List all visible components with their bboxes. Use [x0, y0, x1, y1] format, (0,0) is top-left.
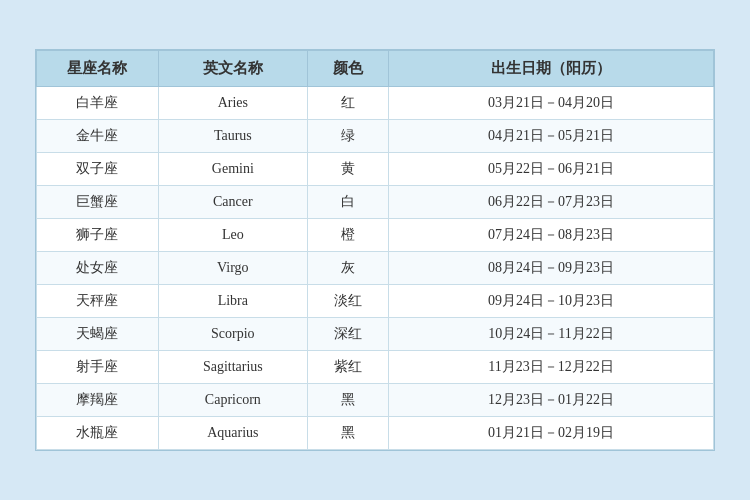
- cell-date: 10月24日－11月22日: [389, 318, 714, 351]
- cell-cn: 双子座: [37, 153, 159, 186]
- cell-color: 深红: [307, 318, 388, 351]
- cell-en: Capricorn: [158, 384, 307, 417]
- cell-color: 黑: [307, 417, 388, 450]
- cell-cn: 处女座: [37, 252, 159, 285]
- cell-date: 05月22日－06月21日: [389, 153, 714, 186]
- cell-date: 09月24日－10月23日: [389, 285, 714, 318]
- header-color: 颜色: [307, 51, 388, 87]
- table-header-row: 星座名称 英文名称 颜色 出生日期（阳历）: [37, 51, 714, 87]
- cell-en: Taurus: [158, 120, 307, 153]
- cell-date: 07月24日－08月23日: [389, 219, 714, 252]
- cell-cn: 水瓶座: [37, 417, 159, 450]
- cell-en: Scorpio: [158, 318, 307, 351]
- cell-date: 03月21日－04月20日: [389, 87, 714, 120]
- cell-en: Aries: [158, 87, 307, 120]
- table-row: 处女座Virgo灰08月24日－09月23日: [37, 252, 714, 285]
- table-row: 巨蟹座Cancer白06月22日－07月23日: [37, 186, 714, 219]
- cell-cn: 天秤座: [37, 285, 159, 318]
- cell-cn: 狮子座: [37, 219, 159, 252]
- table-row: 水瓶座Aquarius黑01月21日－02月19日: [37, 417, 714, 450]
- cell-color: 橙: [307, 219, 388, 252]
- table-row: 双子座Gemini黄05月22日－06月21日: [37, 153, 714, 186]
- cell-en: Virgo: [158, 252, 307, 285]
- table-row: 射手座Sagittarius紫红11月23日－12月22日: [37, 351, 714, 384]
- cell-en: Sagittarius: [158, 351, 307, 384]
- cell-en: Leo: [158, 219, 307, 252]
- cell-cn: 天蝎座: [37, 318, 159, 351]
- cell-color: 红: [307, 87, 388, 120]
- header-en: 英文名称: [158, 51, 307, 87]
- header-date: 出生日期（阳历）: [389, 51, 714, 87]
- cell-date: 12月23日－01月22日: [389, 384, 714, 417]
- cell-date: 04月21日－05月21日: [389, 120, 714, 153]
- table-row: 摩羯座Capricorn黑12月23日－01月22日: [37, 384, 714, 417]
- cell-date: 08月24日－09月23日: [389, 252, 714, 285]
- zodiac-table-container: 星座名称 英文名称 颜色 出生日期（阳历） 白羊座Aries红03月21日－04…: [35, 49, 715, 451]
- cell-en: Libra: [158, 285, 307, 318]
- cell-cn: 摩羯座: [37, 384, 159, 417]
- cell-cn: 金牛座: [37, 120, 159, 153]
- cell-color: 紫红: [307, 351, 388, 384]
- table-row: 狮子座Leo橙07月24日－08月23日: [37, 219, 714, 252]
- zodiac-table: 星座名称 英文名称 颜色 出生日期（阳历） 白羊座Aries红03月21日－04…: [36, 50, 714, 450]
- cell-color: 淡红: [307, 285, 388, 318]
- cell-color: 白: [307, 186, 388, 219]
- cell-date: 11月23日－12月22日: [389, 351, 714, 384]
- cell-color: 绿: [307, 120, 388, 153]
- cell-date: 01月21日－02月19日: [389, 417, 714, 450]
- table-row: 天秤座Libra淡红09月24日－10月23日: [37, 285, 714, 318]
- cell-en: Gemini: [158, 153, 307, 186]
- cell-en: Aquarius: [158, 417, 307, 450]
- cell-color: 灰: [307, 252, 388, 285]
- table-row: 金牛座Taurus绿04月21日－05月21日: [37, 120, 714, 153]
- cell-cn: 巨蟹座: [37, 186, 159, 219]
- cell-date: 06月22日－07月23日: [389, 186, 714, 219]
- table-row: 天蝎座Scorpio深红10月24日－11月22日: [37, 318, 714, 351]
- header-cn: 星座名称: [37, 51, 159, 87]
- cell-cn: 射手座: [37, 351, 159, 384]
- table-row: 白羊座Aries红03月21日－04月20日: [37, 87, 714, 120]
- cell-color: 黑: [307, 384, 388, 417]
- cell-en: Cancer: [158, 186, 307, 219]
- cell-color: 黄: [307, 153, 388, 186]
- cell-cn: 白羊座: [37, 87, 159, 120]
